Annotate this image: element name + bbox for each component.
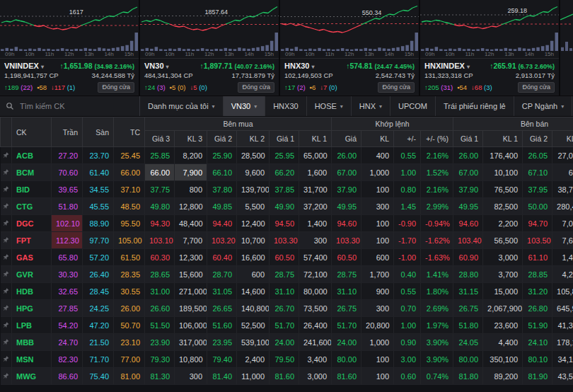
sub-col-header[interactable]: KL 1 [299,131,332,147]
pin-button[interactable] [1,181,12,198]
sell-gia1-cell[interactable]: 28.80 [453,266,483,283]
sell-kl1-cell[interactable]: 176,400 [483,147,523,164]
tran-cell[interactable]: 54.20 [52,317,83,334]
tc-cell[interactable]: 23.10 [114,334,145,351]
ticker-cell[interactable]: MSN [12,351,52,368]
buy-kl1-cell[interactable]: 31,700 [299,181,332,198]
buy-gia3-cell[interactable]: 94.30 [145,215,175,232]
buy-gia3-cell[interactable]: 103.10 [145,232,175,249]
pin-button[interactable] [1,215,12,232]
sell-kl2-cell[interactable]: 34,100 [552,351,573,368]
tab-hose[interactable]: HOSE▾ [307,96,352,116]
buy-kl1-cell[interactable]: 3,000 [299,368,332,385]
pin-button[interactable] [1,334,12,351]
match-pct-cell[interactable]: 0.74% [421,368,453,385]
table-row[interactable]: MSN82.3071.7077.0079.3010,80079.402,4007… [1,351,573,368]
table-row[interactable]: HDB32.6528.4530.5531.00271,00031.0514,60… [1,283,573,300]
san-cell[interactable]: 28.45 [83,283,114,300]
buy-kl3-cell[interactable]: 106,000 [175,317,207,334]
buy-kl2-cell[interactable]: 600 [237,266,270,283]
tc-cell[interactable]: 37.10 [114,181,145,198]
match-gia-cell[interactable]: 67.00 [332,164,361,181]
tab-vn30[interactable]: VN30▾ [224,96,266,116]
sell-kl2-cell[interactable]: 43,500 [552,368,573,385]
buy-gia2-cell[interactable]: 79.40 [207,351,237,368]
tc-cell[interactable]: 28.35 [114,266,145,283]
tran-cell[interactable]: 39.65 [52,181,83,198]
table-row[interactable]: LPB54.2047.2050.7051.50106,00051.6052,50… [1,317,573,334]
buy-kl2-cell[interactable]: 5,500 [237,198,270,215]
sell-gia2-cell[interactable]: 37.95 [523,181,552,198]
buy-gia2-cell[interactable]: 81.40 [207,368,237,385]
sell-kl2-cell[interactable]: 27,000 [552,147,573,164]
buy-kl1-cell[interactable]: 80,000 [299,283,332,300]
sub-col-header[interactable]: KL 3 [175,131,207,147]
table-row[interactable]: MBB24.7021.5023.1023.90317,00023.95539,1… [1,334,573,351]
index-panel-hnxindex[interactable]: 259.1809h10h11h12h13h14h15hHNXINDEX ▾↑26… [420,0,560,96]
match-gia-cell[interactable]: 60.50 [332,249,361,266]
sell-gia1-cell[interactable]: 26.75 [453,300,483,317]
buy-gia3-cell[interactable]: 49.80 [145,198,175,215]
ticker-cell[interactable]: GVR [12,266,52,283]
match-change-cell[interactable]: 0.55 [394,147,421,164]
san-cell[interactable]: 45.55 [83,198,114,215]
sell-gia1-cell[interactable]: 51.80 [453,317,483,334]
match-kl-cell[interactable]: 20,800 [361,317,394,334]
buy-gia2-cell[interactable]: 103.20 [207,232,237,249]
tc-cell[interactable]: 50.70 [114,317,145,334]
table-row[interactable]: FPT112.3097.70105.00103.107,700103.2010,… [1,232,573,249]
buy-kl3-cell[interactable]: 7,700 [175,232,207,249]
sell-gia2-cell[interactable]: 67.10 [523,164,552,181]
match-change-cell[interactable]: -1.70 [394,232,421,249]
buy-gia1-cell[interactable]: 37.85 [270,181,299,198]
buy-kl3-cell[interactable]: 15,600 [175,266,207,283]
sell-gia1-cell[interactable]: 94.60 [453,215,483,232]
buy-gia1-cell[interactable]: 66.20 [270,164,299,181]
ticker-cell[interactable]: HDB [12,283,52,300]
tc-cell[interactable]: 95.50 [114,215,145,232]
buy-gia3-cell[interactable]: 26.60 [145,300,175,317]
tc-cell[interactable]: 26.00 [114,300,145,317]
buy-kl2-cell[interactable]: 139,700 [237,181,270,198]
match-kl-cell[interactable]: 100 [361,181,394,198]
buy-kl3-cell[interactable]: 12,800 [175,198,207,215]
match-change-cell[interactable]: 0.70 [394,300,421,317]
buy-kl2-cell[interactable]: 16,600 [237,249,270,266]
index-panel-hnx30[interactable]: 550.3409h10h11h12h13h14h15hHNX30 ▾↑574.8… [280,0,420,96]
tab-hnx[interactable]: HNX▾ [352,96,390,116]
match-kl-cell[interactable]: 100 [361,368,394,385]
match-gia-cell[interactable]: 80.00 [332,351,361,368]
tab-hnx30[interactable]: HNX30 [265,96,306,116]
buy-gia3-cell[interactable]: 37.75 [145,181,175,198]
tran-cell[interactable]: 30.30 [52,266,83,283]
match-change-cell[interactable]: 0.55 [394,283,421,300]
match-pct-cell[interactable]: 1.52% [421,164,453,181]
san-cell[interactable]: 57.20 [83,249,114,266]
sell-kl1-cell[interactable]: 15,000 [483,283,523,300]
sell-kl1-cell[interactable]: 56,500 [483,232,523,249]
sell-kl2-cell[interactable]: 105,800 [552,283,573,300]
tran-cell[interactable]: 86.60 [52,368,83,385]
ticker-cell[interactable]: MWG [12,368,52,385]
sell-gia1-cell[interactable]: 80.00 [453,351,483,368]
sell-kl1-cell[interactable]: 3,700 [483,266,523,283]
sell-gia2-cell[interactable]: 94.70 [523,215,552,232]
match-kl-cell[interactable]: 300 [361,198,394,215]
tc-cell[interactable]: 48.50 [114,198,145,215]
sell-gia2-cell[interactable]: 31.20 [523,283,552,300]
sub-col-header[interactable]: Giá 2 [523,131,552,147]
table-row[interactable]: BID39.6534.5537.1037.7580037.80139,70037… [1,181,573,198]
match-pct-cell[interactable]: 1.41% [421,266,453,283]
match-pct-cell[interactable]: 3.90% [421,351,453,368]
buy-gia3-cell[interactable]: 23.90 [145,334,175,351]
buy-kl3-cell[interactable]: 7,900 [175,164,207,181]
buy-gia1-cell[interactable]: 25.95 [270,147,299,164]
buy-kl1-cell[interactable]: 57,400 [299,249,332,266]
sell-gia2-cell[interactable]: 24.10 [523,334,552,351]
buy-kl3-cell[interactable]: 8,200 [175,147,207,164]
sell-kl2-cell[interactable]: 38,700 [552,181,573,198]
buy-gia3-cell[interactable]: 25.85 [145,147,175,164]
sub-col-header[interactable]: Giá 2 [207,131,237,147]
table-row[interactable]: BCM70.6061.4066.0066.007,90066.109,60066… [1,164,573,181]
tran-cell[interactable]: 70.60 [52,164,83,181]
